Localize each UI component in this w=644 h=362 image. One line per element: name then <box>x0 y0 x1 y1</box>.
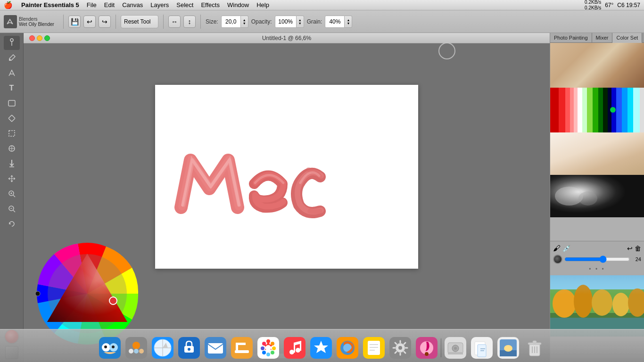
tab-mixer[interactable]: Mixer <box>592 33 613 42</box>
file-menu[interactable]: File <box>83 1 100 8</box>
svg-point-89 <box>265 345 271 351</box>
save-button[interactable]: 💾 <box>68 16 81 28</box>
svg-point-73 <box>188 348 190 351</box>
dock-trash[interactable] <box>522 336 547 360</box>
svg-point-117 <box>425 352 429 356</box>
separator1 <box>63 15 64 29</box>
mixer-slider[interactable] <box>564 257 630 261</box>
canvas-title: Untitled-1 @ 66,6% <box>262 35 311 41</box>
opacity-arrow[interactable]: ▲▼ <box>297 16 304 28</box>
edit-menu[interactable]: Edit <box>100 1 118 8</box>
toolbar: Blenders Wet Oily Blender 💾 ↩ ↪ Reset To… <box>0 10 644 33</box>
svg-point-58 <box>104 346 107 348</box>
maximize-button[interactable] <box>44 35 50 41</box>
dock-separator <box>441 338 441 357</box>
window-menu[interactable]: Window <box>223 1 253 8</box>
dock-system-prefs[interactable] <box>388 336 413 360</box>
tab-color-set[interactable]: Color Set <box>612 33 642 43</box>
svg-rect-31 <box>587 88 593 132</box>
zoom-out-tool[interactable] <box>4 202 20 216</box>
svg-point-81 <box>266 339 270 343</box>
fill-tool[interactable] <box>4 66 20 80</box>
select-menu[interactable]: Select <box>173 1 197 8</box>
svg-rect-37 <box>616 88 622 132</box>
size-input[interactable] <box>221 16 241 28</box>
tool-icon <box>4 15 17 28</box>
app-name-menu[interactable]: Painter Essentials 5 <box>17 1 83 8</box>
crop-tool[interactable] <box>4 126 20 140</box>
zoom-in-tool[interactable] <box>4 187 20 201</box>
svg-rect-32 <box>593 88 598 132</box>
dock-appstore[interactable] <box>309 336 333 360</box>
depth-tool[interactable] <box>4 156 20 171</box>
drawing-canvas[interactable] <box>155 85 418 269</box>
grain-input[interactable] <box>325 16 345 28</box>
redo-button[interactable]: ↪ <box>99 16 111 28</box>
mirror-h-button[interactable]: ↔ <box>168 16 181 28</box>
undo-button[interactable]: ↩ <box>83 16 96 28</box>
svg-point-64 <box>139 349 144 354</box>
help-menu[interactable]: Help <box>253 1 273 8</box>
mirror-v-button[interactable]: ↕ <box>183 16 196 28</box>
dock-disk[interactable] <box>443 336 468 360</box>
canvas-menu[interactable]: Canvas <box>118 1 147 8</box>
mixer-dots: • • • <box>553 266 641 272</box>
color-preview-dot <box>553 255 562 264</box>
transform-tool[interactable] <box>4 111 20 125</box>
dock-safari[interactable] <box>150 336 175 360</box>
separator4 <box>200 15 201 29</box>
svg-rect-25 <box>559 88 565 132</box>
tab-photo-painting[interactable]: Photo Painting <box>550 33 592 42</box>
svg-rect-100 <box>368 341 380 355</box>
layers-menu[interactable]: Layers <box>147 1 173 8</box>
rotate-tool[interactable] <box>4 217 20 231</box>
size-spinbox[interactable]: ▲▼ <box>221 16 248 28</box>
clone-tool[interactable] <box>4 141 20 156</box>
dock-mail[interactable] <box>203 336 228 360</box>
grain-arrow[interactable]: ▲▼ <box>345 16 352 28</box>
minimize-button[interactable] <box>37 35 42 41</box>
svg-point-92 <box>296 348 300 353</box>
svg-rect-34 <box>603 88 608 132</box>
mixer-brush-icon[interactable]: 🖌 <box>553 244 561 253</box>
svg-point-87 <box>261 346 264 350</box>
dock-forklift[interactable] <box>230 336 254 360</box>
svg-rect-38 <box>622 88 627 132</box>
eyedropper-tool[interactable] <box>4 51 20 65</box>
text-tool[interactable]: T <box>4 81 20 95</box>
svg-point-59 <box>112 346 115 348</box>
swatch-tan-area <box>550 43 644 88</box>
dock-photos[interactable] <box>256 336 281 360</box>
dock-music[interactable] <box>282 336 307 360</box>
opacity-label: Opacity: <box>251 18 272 25</box>
mixer-undo-icon[interactable]: ↩ <box>627 245 633 252</box>
apple-menu[interactable]: 🍎 <box>4 1 13 9</box>
dock-1password[interactable] <box>177 336 201 360</box>
temperature: 67° <box>605 2 613 8</box>
mixer-clear-icon[interactable]: 🗑 <box>635 245 641 252</box>
effects-menu[interactable]: Effects <box>197 1 223 8</box>
brush-tool[interactable] <box>4 36 20 50</box>
tool-category: Blenders <box>19 16 54 22</box>
svg-point-83 <box>272 346 276 350</box>
opacity-spinbox[interactable]: ▲▼ <box>275 16 304 28</box>
dock-notes[interactable] <box>362 336 386 360</box>
dock-launchpad[interactable] <box>124 336 149 360</box>
mixer-dropper-icon[interactable]: 💉 <box>562 245 570 252</box>
grain-spinbox[interactable]: ▲▼ <box>325 16 352 28</box>
svg-point-61 <box>132 342 140 349</box>
canvas-titlebar: Untitled-1 @ 66,6% <box>24 33 550 43</box>
dock-photo2[interactable] <box>496 336 520 360</box>
dock-preview[interactable] <box>470 336 494 360</box>
main-area: T <box>0 33 644 362</box>
close-button[interactable] <box>29 35 35 41</box>
reset-tool-button[interactable]: Reset Tool <box>121 15 158 28</box>
dock-firefox[interactable] <box>335 336 360 360</box>
opacity-input[interactable] <box>275 16 297 28</box>
dock-finder[interactable] <box>98 336 122 360</box>
size-arrow[interactable]: ▲▼ <box>241 16 248 28</box>
eraser-tool[interactable] <box>4 96 20 110</box>
dock-painter[interactable] <box>414 336 439 360</box>
svg-rect-76 <box>231 337 253 359</box>
pan-tool[interactable] <box>4 172 20 186</box>
